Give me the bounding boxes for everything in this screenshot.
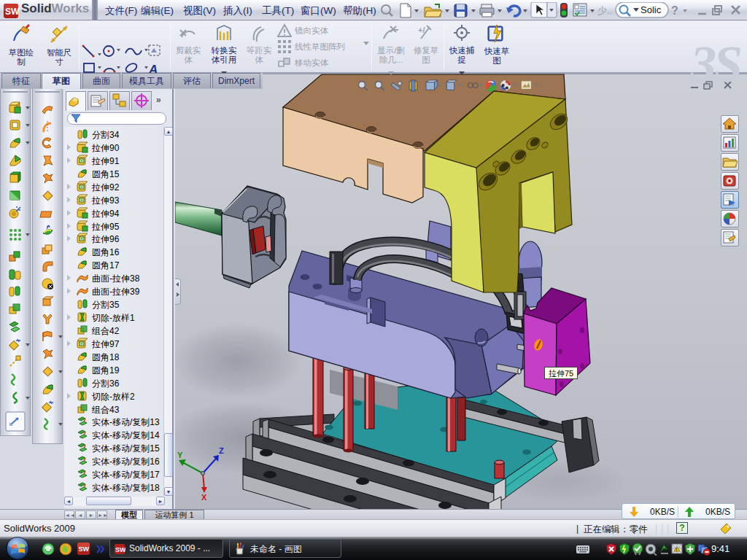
svg-text:Y: Y xyxy=(177,451,183,459)
svg-text:SW: SW xyxy=(79,545,90,553)
svg-text:X: X xyxy=(201,493,207,502)
svg-text:+/: +/ xyxy=(418,26,425,34)
svg-text:!: ! xyxy=(676,548,677,552)
svg-text:?: ? xyxy=(671,4,678,17)
svg-text:SW: SW xyxy=(5,7,20,17)
svg-text:SW: SW xyxy=(115,546,125,553)
svg-text:Solic: Solic xyxy=(640,4,662,15)
svg-text:Z: Z xyxy=(219,446,224,455)
svg-text:少..: 少.. xyxy=(597,5,612,16)
